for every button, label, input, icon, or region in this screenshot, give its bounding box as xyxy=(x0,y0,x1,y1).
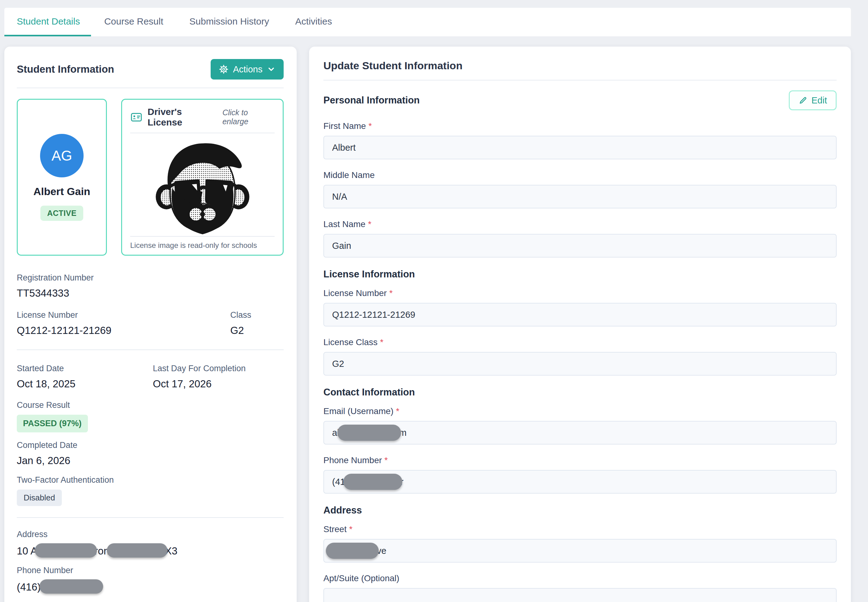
license-class-input[interactable]: G2 xyxy=(323,352,837,376)
license-photo xyxy=(151,134,254,236)
completed-date-value: Jan 6, 2026 xyxy=(17,454,284,467)
profile-row: AG Albert Gain ACTIVE xyxy=(17,99,284,256)
required-marker: * xyxy=(369,121,372,131)
required-marker: * xyxy=(380,337,383,347)
license-readonly-note: License image is read-only for schools xyxy=(130,237,275,250)
completed-date-label: Completed Date xyxy=(17,440,284,450)
two-factor-badge: Disabled xyxy=(17,490,62,506)
tab-bar: Student Details Course Result Submission… xyxy=(5,8,851,36)
pencil-icon xyxy=(799,96,808,105)
street-field: Street* ve xyxy=(323,524,837,562)
content-area: Student Information xyxy=(5,47,851,602)
registration-number-value: TT5344333 xyxy=(17,287,284,300)
first-name-label: First Name* xyxy=(323,121,837,131)
class-block: Class G2 xyxy=(230,310,284,337)
tab-submission-history[interactable]: Submission History xyxy=(177,8,283,36)
email-label: Email xyxy=(17,600,284,602)
middle-name-field: Middle Name N/A xyxy=(323,170,837,209)
student-information-card: Student Information xyxy=(5,47,297,602)
input-value: N/A xyxy=(332,192,347,202)
contact-heading: Contact Information xyxy=(323,387,837,398)
first-name-input[interactable]: Albert xyxy=(323,136,837,159)
label-text: Apt/Suite (Optional) xyxy=(323,573,399,583)
edit-button[interactable]: Edit xyxy=(789,91,837,110)
label-text: Phone Number xyxy=(323,455,382,465)
license-photo-container xyxy=(130,133,275,236)
label-text: Last Name xyxy=(323,219,365,229)
divider xyxy=(17,349,284,350)
label-text: Email (Username) xyxy=(323,406,393,416)
license-number-input[interactable]: Q1212-12121-21269 xyxy=(323,303,837,327)
label-text: License Class xyxy=(323,337,378,347)
input-value: G2 xyxy=(332,359,344,369)
phone-input[interactable]: (41r xyxy=(323,470,837,494)
redaction-bar xyxy=(35,543,97,557)
last-day-value: Oct 17, 2026 xyxy=(153,378,284,390)
label-text: Street xyxy=(323,524,347,534)
student-name: Albert Gain xyxy=(33,186,90,198)
middle-name-label: Middle Name xyxy=(323,170,837,180)
drivers-license-card[interactable]: Driver's License Click to enlarge xyxy=(121,99,284,256)
chevron-down-icon xyxy=(267,65,275,74)
started-date-label: Started Date xyxy=(17,363,153,374)
street-input[interactable]: ve xyxy=(323,539,837,562)
actions-button[interactable]: Actions xyxy=(210,59,284,80)
course-result-block: Course Result PASSED (97%) xyxy=(17,400,284,432)
gear-icon xyxy=(219,64,229,74)
address-heading: Address xyxy=(323,505,837,516)
license-card-header: Driver's License Click to enlarge xyxy=(130,106,275,127)
last-name-label: Last Name* xyxy=(323,219,837,230)
redaction-bar xyxy=(40,579,103,594)
registration-number-block: Registration Number TT5344333 xyxy=(17,272,284,300)
email-input[interactable]: alm xyxy=(323,421,837,444)
two-factor-label: Two-Factor Authentication xyxy=(17,475,284,485)
apt-input[interactable] xyxy=(323,588,837,602)
redaction-bar xyxy=(326,543,379,559)
required-marker: * xyxy=(396,406,399,416)
registration-number-label: Registration Number xyxy=(17,272,284,283)
middle-name-input[interactable]: N/A xyxy=(323,185,837,209)
phone-field-label: Phone Number* xyxy=(323,455,837,465)
required-marker: * xyxy=(368,219,371,229)
redaction-bar xyxy=(107,543,167,557)
edit-button-label: Edit xyxy=(811,95,827,106)
phone-label: Phone Number xyxy=(17,565,284,576)
divider xyxy=(17,88,284,88)
license-class-label: License Class* xyxy=(323,337,837,348)
tab-student-details[interactable]: Student Details xyxy=(5,8,91,36)
input-value: Q1212-12121-21269 xyxy=(332,310,415,320)
address-value: 10 AronX3 xyxy=(17,543,284,557)
student-avatar-card[interactable]: AG Albert Gain ACTIVE xyxy=(17,99,107,256)
divider xyxy=(323,80,837,80)
phone-field: Phone Number* (41r xyxy=(323,455,837,494)
license-number-block: License Number Q1212-12121-21269 xyxy=(17,310,230,337)
email-field: Email (Username)* alm xyxy=(323,406,837,444)
redaction-bar xyxy=(337,425,401,441)
update-student-information-card: Update Student Information Personal Info… xyxy=(309,47,851,602)
first-name-field: First Name* Albert xyxy=(323,121,837,159)
avatar: AG xyxy=(40,134,84,177)
license-number-value: Q1212-12121-21269 xyxy=(17,324,230,337)
license-class-field: License Class* G2 xyxy=(323,337,837,376)
class-value: G2 xyxy=(230,324,284,337)
license-heading: License Information xyxy=(323,269,837,280)
license-number-label: License Number xyxy=(17,310,230,320)
last-name-input[interactable]: Gain xyxy=(323,234,837,258)
phone-value: (416) xyxy=(17,579,284,594)
student-card-header: Student Information xyxy=(17,59,284,80)
input-value: Gain xyxy=(332,241,351,251)
tab-activities[interactable]: Activities xyxy=(282,8,345,36)
id-card-icon xyxy=(130,111,143,123)
required-marker: * xyxy=(384,455,388,465)
dates-row: Started Date Oct 18, 2025 Last Day For C… xyxy=(17,363,284,390)
course-result-label: Course Result xyxy=(17,400,284,410)
student-card-title: Student Information xyxy=(17,63,114,75)
tab-course-result[interactable]: Course Result xyxy=(91,8,176,36)
last-day-label: Last Day For Completion xyxy=(153,363,284,374)
required-marker: * xyxy=(349,524,353,534)
license-number-field: License Number* Q1212-12121-21269 xyxy=(323,288,837,327)
label-text: Middle Name xyxy=(323,170,375,180)
click-to-enlarge-hint: Click to enlarge xyxy=(223,108,275,126)
address-block: Address 10 AronX3 xyxy=(17,529,284,557)
input-value: Albert xyxy=(332,143,356,153)
